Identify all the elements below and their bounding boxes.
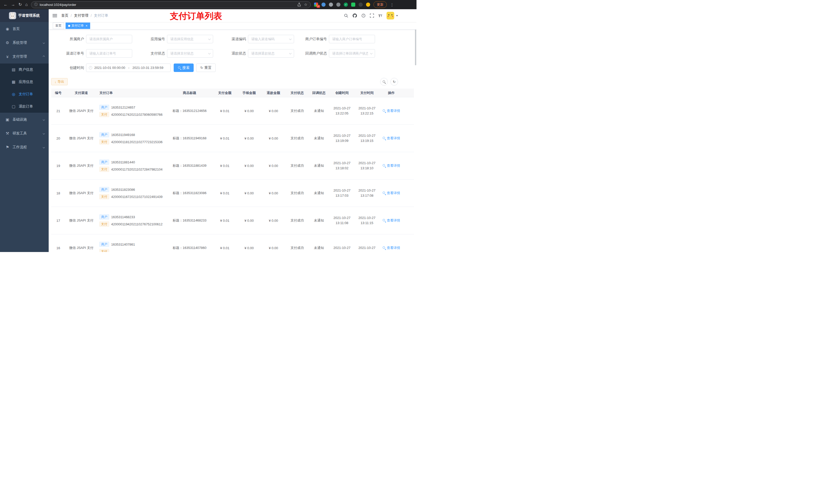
- cell-paid-time: 2021-10-27 13:22:15: [355, 106, 379, 116]
- cell-created-time: 2021-10-27 13:22:05: [329, 106, 355, 116]
- extension-drop-icon[interactable]: [322, 3, 326, 7]
- reset-button[interactable]: ↻ 重置: [196, 64, 216, 72]
- toggle-search-button[interactable]: [380, 78, 388, 86]
- breadcrumb-home[interactable]: 首页: [61, 13, 68, 18]
- sidebar-item-dev-tools[interactable]: ⚒ 研发工具: [0, 126, 49, 140]
- view-detail-link[interactable]: 查看详情: [382, 109, 400, 113]
- notify-status-select[interactable]: [329, 49, 375, 57]
- sidebar-item-system[interactable]: ⚙ 系统管理: [0, 36, 49, 50]
- merchant-select[interactable]: [86, 35, 132, 43]
- refresh-table-button[interactable]: ↻: [390, 78, 398, 86]
- clock-icon: [89, 66, 92, 69]
- pay-status-input[interactable]: [167, 49, 213, 57]
- help-icon[interactable]: ?: [361, 14, 365, 18]
- merchant-select-input[interactable]: [86, 35, 132, 43]
- view-detail-link[interactable]: 查看详情: [382, 191, 400, 195]
- cell-actions: 查看详情: [379, 163, 403, 168]
- channel-order-no-input[interactable]: [86, 49, 132, 57]
- create-time-range-picker[interactable]: 2021-10-01 00:00:00 - 2021-10-31 23:59:5…: [86, 64, 171, 72]
- extension-face-icon[interactable]: [366, 3, 370, 7]
- browser-menu-icon[interactable]: ⋮: [390, 3, 394, 7]
- app-select-input[interactable]: [167, 35, 213, 43]
- share-icon[interactable]: [298, 3, 301, 7]
- user-menu[interactable]: [386, 12, 398, 20]
- column-header-title: 商品标题: [166, 91, 213, 95]
- filter-label-pay-status: 支付状态: [132, 51, 165, 56]
- table-row: 19 微信 JSAPI 支付 商户 1635311881440 支付: [51, 152, 414, 179]
- channel-code-select[interactable]: [248, 35, 294, 43]
- filter-label-channel-order-no: 渠道订单号: [51, 51, 84, 56]
- extension-grid-icon[interactable]: 10: [314, 3, 318, 7]
- filter-label-merchant-order-no: 商户订单编号: [294, 37, 327, 42]
- filter-label-merchant: 所属商户: [51, 37, 84, 42]
- browser-back-icon[interactable]: ←: [4, 3, 8, 7]
- sidebar-item-workflow[interactable]: ⚑ 工作流程: [0, 140, 49, 154]
- avatar[interactable]: [386, 12, 394, 20]
- refund-status-select[interactable]: [248, 49, 294, 57]
- breadcrumb-separator: /: [71, 14, 72, 18]
- navbar-actions: ? TT: [344, 12, 416, 20]
- cell-notify: 未通知: [309, 246, 329, 250]
- column-header-actions: 操作: [379, 91, 403, 95]
- view-detail-link[interactable]: 查看详情: [382, 163, 400, 168]
- extension-circle-icon-2[interactable]: [336, 3, 340, 7]
- pay-order-no: 4200001167202110271022491439: [111, 195, 163, 199]
- browser-home-icon[interactable]: ⌂: [25, 3, 28, 7]
- extension-chat-icon[interactable]: [351, 3, 355, 7]
- search-button[interactable]: 搜索: [174, 64, 194, 72]
- browser-refresh-icon[interactable]: ↻: [19, 3, 22, 7]
- channel-code-input[interactable]: [248, 35, 294, 43]
- sidebar-item-refund-order[interactable]: ▢ 退款订单: [0, 100, 49, 113]
- table-body: 21 微信 JSAPI 支付 商户 1635312124657 支付: [51, 97, 414, 252]
- header-search-icon[interactable]: [344, 14, 348, 18]
- top-navbar: 首页 / 支付管理 / 支付订单 支付订单列表 ?: [49, 9, 416, 22]
- breadcrumb-section[interactable]: 支付管理: [74, 13, 88, 18]
- refund-doc-icon: ▢: [11, 104, 16, 109]
- app-select[interactable]: [167, 35, 213, 43]
- hamburger-icon[interactable]: [52, 14, 57, 17]
- address-bar[interactable]: ⓘ localhost:1024/pay/order ☆: [31, 1, 311, 8]
- url-text: localhost:1024/pay/order: [40, 3, 295, 7]
- view-detail-icon: [382, 191, 386, 195]
- tabs-bar: 首页 支付订单 ×: [49, 22, 416, 30]
- export-button[interactable]: ↓ 导出: [51, 78, 68, 85]
- extension-circle-icon-1[interactable]: [329, 3, 333, 7]
- cell-paid-time: 2021-10-27 13:17:08: [355, 188, 379, 198]
- view-detail-link[interactable]: 查看详情: [382, 246, 400, 250]
- refund-status-input[interactable]: [248, 49, 294, 57]
- sidebar-item-payment[interactable]: ¥ 支付管理: [0, 50, 49, 64]
- app-logo[interactable]: 芋道管理系统: [0, 9, 49, 22]
- sidebar-item-home[interactable]: ◉ 首页: [0, 22, 49, 36]
- tab-pay-order[interactable]: 支付订单 ×: [66, 23, 90, 29]
- sidebar-item-pay-order[interactable]: ◎ 支付订单: [0, 88, 49, 100]
- merchant-order-no-input[interactable]: [329, 35, 375, 43]
- table-toolbar: ↓ 导出 ↻: [51, 78, 414, 86]
- channel-order-no-field[interactable]: [86, 49, 132, 57]
- browser-forward-icon[interactable]: →: [11, 3, 15, 7]
- pay-status-select[interactable]: [167, 49, 213, 57]
- extension-pin-icon[interactable]: [359, 3, 363, 7]
- extension-check-icon[interactable]: ✓: [344, 3, 348, 7]
- cell-title: 标题：1635311949168: [166, 136, 213, 141]
- view-detail-link[interactable]: 查看详情: [382, 218, 400, 223]
- font-size-icon[interactable]: TT: [378, 14, 382, 18]
- tab-close-icon[interactable]: ×: [86, 24, 88, 27]
- fullscreen-icon[interactable]: [370, 14, 374, 18]
- browser-update-button[interactable]: 更新: [374, 1, 387, 8]
- tab-home[interactable]: 首页: [53, 23, 64, 29]
- view-detail-link[interactable]: 查看详情: [382, 136, 400, 141]
- sidebar-item-merchant-info[interactable]: ▤ 商户信息: [0, 64, 49, 76]
- bookmark-star-icon[interactable]: ☆: [304, 2, 307, 7]
- sidebar-item-infrastructure[interactable]: ▣ 基础设施: [0, 113, 49, 126]
- notify-status-input[interactable]: [329, 49, 375, 57]
- site-info-icon[interactable]: ⓘ: [34, 2, 38, 7]
- chevron-down-icon: [43, 42, 45, 44]
- cell-channel: 微信 JSAPI 支付: [65, 246, 97, 250]
- cell-id: 18: [51, 191, 65, 195]
- cell-fee: ¥ 0.00: [237, 219, 261, 222]
- cell-status: 支付成功: [286, 163, 309, 168]
- chevron-up-icon: [43, 55, 45, 57]
- sidebar-item-app-info[interactable]: ▦ 应用信息: [0, 76, 49, 88]
- github-icon[interactable]: [353, 13, 357, 18]
- merchant-order-no-field[interactable]: [329, 35, 375, 43]
